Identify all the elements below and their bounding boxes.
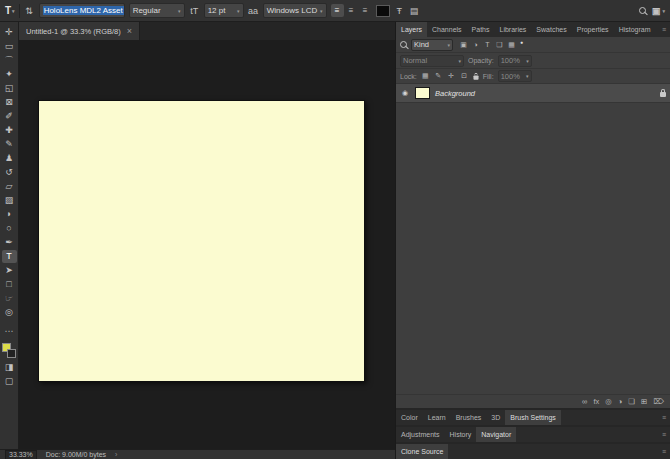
hand-tool[interactable]: ☞ xyxy=(2,292,17,305)
fill-select[interactable]: 100% ▾ xyxy=(498,70,532,82)
chevron-down-icon: ▾ xyxy=(662,8,665,14)
screen-mode-button[interactable]: ▢ xyxy=(2,375,17,388)
blend-mode-select[interactable]: Normal ▾ xyxy=(400,55,464,67)
workspace-switcher[interactable]: ▣ ▾ xyxy=(650,4,665,18)
zoom-tool[interactable]: ◎ xyxy=(2,306,17,319)
filter-type-layers-icon[interactable]: T xyxy=(483,41,492,48)
move-tool[interactable]: ✛ xyxy=(2,26,17,39)
tab-history[interactable]: History xyxy=(445,427,477,442)
path-selection-tool[interactable]: ➤ xyxy=(2,264,17,277)
tab-layers[interactable]: Layers xyxy=(396,22,427,37)
search-icon[interactable] xyxy=(639,7,646,14)
panel-menu-icon[interactable]: ≡ xyxy=(658,22,670,37)
layer-mask-button[interactable]: ◎ xyxy=(605,397,612,406)
align-right-button[interactable]: ≡ xyxy=(359,4,372,17)
healing-brush-tool[interactable]: ✚ xyxy=(2,124,17,137)
background-color-swatch[interactable] xyxy=(7,349,16,358)
tab-color[interactable]: Color xyxy=(396,410,423,425)
panel-group-1: Color Learn Brushes 3D Brush Settings ≡ xyxy=(396,410,670,425)
eraser-tool[interactable]: ▱ xyxy=(2,180,17,193)
lock-all-icon[interactable] xyxy=(473,75,478,79)
tool-preset-picker[interactable]: T ▾ xyxy=(5,5,15,16)
dodge-tool[interactable]: ○ xyxy=(2,222,17,235)
layer-style-button[interactable]: fx xyxy=(593,397,599,406)
pen-tool[interactable]: ✒ xyxy=(2,236,17,249)
layer-name[interactable]: Background xyxy=(435,89,475,98)
adjustment-layer-button[interactable]: ◑ xyxy=(618,397,623,406)
tab-histogram[interactable]: Histogram xyxy=(614,22,656,37)
marquee-tool[interactable]: ▭ xyxy=(2,40,17,53)
panel-menu-icon[interactable]: ≡ xyxy=(658,410,670,425)
new-layer-button[interactable]: ⊞ xyxy=(641,397,647,406)
tab-properties[interactable]: Properties xyxy=(572,22,614,37)
brush-tool[interactable]: ✎ xyxy=(2,138,17,151)
document-canvas[interactable] xyxy=(38,100,365,382)
warp-text-button[interactable]: Ŧ xyxy=(394,4,405,18)
canvas-area[interactable] xyxy=(19,40,395,449)
filter-kind-select[interactable]: Kind ▾ xyxy=(411,39,453,51)
tab-libraries[interactable]: Libraries xyxy=(495,22,532,37)
filter-pixel-layers-icon[interactable]: ▣ xyxy=(459,41,468,49)
layer-row-background[interactable]: ◉ Background xyxy=(396,84,670,103)
layer-thumbnail[interactable] xyxy=(415,87,430,99)
tab-learn[interactable]: Learn xyxy=(423,410,451,425)
chevron-down-icon: ▾ xyxy=(458,58,461,64)
layer-visibility-toggle[interactable]: ◉ xyxy=(400,89,410,97)
quick-selection-tool[interactable]: ✦ xyxy=(2,68,17,81)
font-style-select[interactable]: Regular ▾ xyxy=(129,3,185,18)
align-left-button[interactable]: ≡ xyxy=(331,4,344,17)
lock-transparent-icon[interactable]: ▦ xyxy=(421,72,430,80)
lock-label: Lock: xyxy=(400,73,417,80)
link-layers-button[interactable]: ∞ xyxy=(582,397,587,406)
font-size-select[interactable]: 12 pt ▾ xyxy=(204,3,244,18)
rectangle-tool[interactable]: □ xyxy=(2,278,17,291)
tab-brushes[interactable]: Brushes xyxy=(451,410,487,425)
font-family-select[interactable]: HoloLens MDL2 Asset ▾ xyxy=(39,3,125,18)
tab-adjustments[interactable]: Adjustments xyxy=(396,427,445,442)
frame-tool[interactable]: ⊠ xyxy=(2,96,17,109)
layers-lock-row: Lock: ▦ ✎ ✛ ⊡ Fill: 100% ▾ xyxy=(396,69,670,84)
tab-swatches[interactable]: Swatches xyxy=(531,22,571,37)
search-icon xyxy=(400,41,407,48)
tab-channels[interactable]: Channels xyxy=(427,22,467,37)
status-options-chevron-icon[interactable]: › xyxy=(115,451,117,458)
quick-mask-button[interactable]: ◨ xyxy=(2,361,17,374)
tab-3d[interactable]: 3D xyxy=(486,410,505,425)
edit-toolbar-button[interactable]: ⋯ xyxy=(2,325,17,338)
align-center-button[interactable]: ≡ xyxy=(345,4,358,17)
filter-shape-layers-icon[interactable]: ❏ xyxy=(495,41,504,49)
delete-layer-button[interactable]: ⌦ xyxy=(653,397,664,406)
lock-icon[interactable] xyxy=(660,92,666,97)
text-color-swatch[interactable] xyxy=(376,5,390,17)
clone-stamp-tool[interactable]: ♟ xyxy=(2,152,17,165)
history-brush-tool[interactable]: ↺ xyxy=(2,166,17,179)
lock-pixels-icon[interactable]: ✎ xyxy=(434,72,443,80)
gradient-tool[interactable]: ▨ xyxy=(2,194,17,207)
zoom-level-field[interactable]: 33.33% xyxy=(5,450,37,459)
tab-navigator[interactable]: Navigator xyxy=(476,427,516,442)
eyedropper-tool[interactable]: ✐ xyxy=(2,110,17,123)
chevron-down-icon: ▾ xyxy=(237,8,240,14)
filter-toggle-icon[interactable]: ● xyxy=(520,39,523,45)
chevron-down-icon: ▾ xyxy=(320,8,323,14)
tab-paths[interactable]: Paths xyxy=(467,22,495,37)
new-group-button[interactable]: ❏ xyxy=(628,397,635,406)
text-orientation-toggle-icon[interactable]: ⇅ xyxy=(24,4,35,18)
blur-tool[interactable]: ◗ xyxy=(2,208,17,221)
crop-tool[interactable]: ◱ xyxy=(2,82,17,95)
filter-smart-objects-icon[interactable]: ▦ xyxy=(507,41,516,49)
toggle-panels-button[interactable]: ▤ xyxy=(409,4,420,18)
anti-alias-select[interactable]: Windows LCD ▾ xyxy=(263,3,327,18)
tab-brush-settings[interactable]: Brush Settings xyxy=(505,410,561,425)
filter-adjustment-layers-icon[interactable]: ◑ xyxy=(471,41,480,48)
lock-position-icon[interactable]: ✛ xyxy=(447,72,456,80)
lasso-tool[interactable]: ⌒ xyxy=(2,54,17,67)
close-icon[interactable]: × xyxy=(127,27,132,36)
document-tab[interactable]: Untitled-1 @ 33.3% (RGB/8) × xyxy=(19,22,140,40)
type-tool[interactable]: T xyxy=(2,250,17,263)
panel-menu-icon[interactable]: ≡ xyxy=(658,444,670,459)
tab-clone-source[interactable]: Clone Source xyxy=(396,444,448,459)
opacity-select[interactable]: 100% ▾ xyxy=(498,55,532,67)
lock-artboard-icon[interactable]: ⊡ xyxy=(460,72,469,80)
panel-menu-icon[interactable]: ≡ xyxy=(658,427,670,442)
